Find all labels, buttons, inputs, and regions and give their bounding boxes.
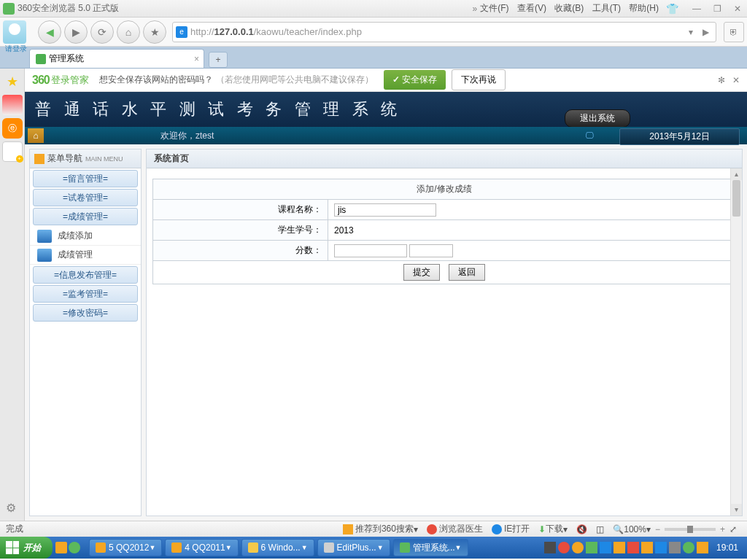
browser-toolbar: 请登录 ◀ ▶ ⟳ ⌂ ★ e http://127.0.0.1/kaowu/t… xyxy=(0,18,747,47)
shield-button[interactable]: ⛨ xyxy=(724,22,744,42)
infobar-close-icon[interactable]: ✕ xyxy=(732,75,740,85)
scroll-down-icon[interactable]: ▾ xyxy=(731,504,742,516)
save-password-button[interactable]: 安全保存 xyxy=(384,70,446,90)
tray-icon[interactable] xyxy=(641,542,653,553)
more-icon[interactable]: » xyxy=(473,4,478,14)
back-button[interactable]: 返回 xyxy=(449,264,485,281)
tshirt-icon[interactable]: 👕 xyxy=(666,3,678,15)
status-recommend[interactable]: 推荐到360搜索 ▾ xyxy=(343,523,418,535)
app-body: 菜单导航 MAIN MENU =留言管理= =试卷管理= =成绩管理= 成绩添加… xyxy=(25,144,747,521)
menu-item-message[interactable]: =留言管理= xyxy=(33,170,138,187)
new-tab-button[interactable]: + xyxy=(209,52,228,68)
taskbar-item[interactable]: 4 QQ2011▼ xyxy=(165,539,238,556)
home-icon[interactable]: ⌂ xyxy=(28,128,44,143)
status-download[interactable]: ⬇ 下载 ▾ xyxy=(538,523,568,535)
taskbar-item[interactable]: 5 QQ2012▼ xyxy=(89,539,162,556)
menu-item-password[interactable]: =修改密码= xyxy=(33,304,138,322)
restore-button[interactable]: ❐ xyxy=(711,4,724,14)
task-label: 管理系统... xyxy=(413,542,455,554)
gear-icon[interactable]: ⚙ xyxy=(6,501,16,515)
favorite-button[interactable]: ★ xyxy=(143,20,166,44)
login-label[interactable]: 请登录 xyxy=(1,44,31,54)
tray-icon[interactable] xyxy=(586,542,597,553)
menu-tools[interactable]: 工具(T) xyxy=(592,3,621,13)
submenu-label: 成绩添加 xyxy=(58,230,93,242)
minimize-button[interactable]: — xyxy=(690,4,703,14)
zoom-out-icon[interactable]: − xyxy=(655,524,660,534)
vertical-scrollbar[interactable]: ▴ ▾ xyxy=(730,168,742,516)
menu-item-paper[interactable]: =试卷管理= xyxy=(33,189,138,206)
menu-help[interactable]: 帮助(H) xyxy=(629,3,659,13)
menu-view[interactable]: 查看(V) xyxy=(517,3,546,13)
later-button[interactable]: 下次再说 xyxy=(452,69,506,90)
menu-item-score[interactable]: =成绩管理= xyxy=(33,208,138,225)
task-icon xyxy=(400,542,410,553)
tray-icon[interactable] xyxy=(558,542,570,553)
status-ie[interactable]: IE打开 xyxy=(492,523,530,535)
menu-item-proctor[interactable]: =监考管理= xyxy=(33,285,138,303)
zoom-in-icon[interactable]: + xyxy=(720,524,725,534)
submit-button[interactable]: 提交 xyxy=(403,264,440,281)
login-avatar[interactable]: 请登录 xyxy=(3,20,26,44)
news-icon[interactable] xyxy=(2,95,23,115)
status-expand-icon[interactable]: ⤢ xyxy=(729,524,737,534)
address-bar[interactable]: e http://127.0.0.1/kaowu/teacher/index.p… xyxy=(172,22,716,42)
screen-icon[interactable]: 🖵 xyxy=(585,131,594,141)
infobar-message: 想安全保存该网站的密码吗？ xyxy=(99,74,213,86)
scroll-thumb[interactable] xyxy=(732,180,740,217)
chevron-down-icon: ▼ xyxy=(149,544,155,551)
menu-favorites[interactable]: 收藏(B) xyxy=(554,3,584,13)
ie-icon xyxy=(492,524,502,534)
tab-close-icon[interactable]: × xyxy=(194,54,199,64)
zoom-slider[interactable] xyxy=(665,528,716,531)
tray-icon[interactable] xyxy=(614,542,625,553)
status-zoom[interactable]: 🔍 100% ▾ xyxy=(613,524,651,534)
status-split-icon[interactable]: ◫ xyxy=(596,524,604,534)
home-button[interactable]: ⌂ xyxy=(117,20,140,44)
back-button[interactable]: ◀ xyxy=(38,20,61,44)
score-input-2[interactable] xyxy=(409,244,453,257)
reload-button[interactable]: ⟳ xyxy=(90,20,114,44)
taskbar-item[interactable]: 6 Windo...▼ xyxy=(241,539,314,556)
url-go-icon[interactable]: ▶ xyxy=(698,27,713,37)
status-doctor[interactable]: 浏览器医生 xyxy=(427,523,483,535)
weibo-icon[interactable]: ⓔ xyxy=(2,118,23,139)
student-label: 学生学号： xyxy=(153,220,328,241)
scroll-up-icon[interactable]: ▴ xyxy=(731,168,742,180)
infobar-settings-icon[interactable]: ✻ xyxy=(718,75,725,85)
tray-icon[interactable] xyxy=(655,542,667,553)
taskbar-item[interactable]: EditPlus...▼ xyxy=(317,539,390,556)
tray-icon[interactable] xyxy=(627,542,639,553)
menu-file[interactable]: 文件(F) xyxy=(480,3,508,13)
submenu-score-add[interactable]: 成绩添加 xyxy=(30,227,141,246)
quick-launch-icon[interactable] xyxy=(55,542,67,553)
url-dropdown-icon[interactable]: ▾ xyxy=(684,27,698,37)
course-input[interactable] xyxy=(334,203,436,217)
chevron-down-icon: ▼ xyxy=(455,544,462,551)
windows-taskbar: 开始 5 QQ2012▼4 QQ2011▼6 Windo...▼EditPlus… xyxy=(0,537,747,559)
score-input[interactable] xyxy=(334,244,407,257)
tray-icon[interactable] xyxy=(600,542,611,553)
taskbar-clock[interactable]: 19:01 xyxy=(716,542,738,553)
phone-icon[interactable] xyxy=(2,141,23,162)
close-button[interactable]: ✕ xyxy=(731,4,744,14)
tray-icon[interactable] xyxy=(683,542,694,553)
tray-icon[interactable] xyxy=(669,542,681,553)
forward-button[interactable]: ▶ xyxy=(64,20,88,44)
logout-button[interactable]: 退出系统 xyxy=(565,109,630,128)
url-text: http://127.0.0.1/kaowu/teacher/index.php xyxy=(190,26,362,37)
date-display: 2013年5月12日 xyxy=(619,128,740,145)
tray-icon[interactable] xyxy=(697,542,708,553)
submenu-score-manage[interactable]: 成绩管理 xyxy=(30,246,141,265)
start-button[interactable]: 开始 xyxy=(0,537,53,559)
menu-item-info[interactable]: =信息发布管理= xyxy=(33,266,138,284)
status-mute-icon[interactable]: 🔇 xyxy=(576,524,587,534)
taskbar-item[interactable]: 管理系统...▼ xyxy=(393,539,468,556)
quick-launch-icon[interactable] xyxy=(69,542,80,553)
system-tray: 19:01 xyxy=(541,542,747,553)
browser-tab[interactable]: 管理系统 × xyxy=(29,49,204,68)
tray-icon[interactable] xyxy=(572,542,584,553)
tray-icon[interactable] xyxy=(544,542,556,553)
star-icon[interactable]: ★ xyxy=(2,71,23,92)
form-buttons: 提交 返回 xyxy=(153,261,736,284)
